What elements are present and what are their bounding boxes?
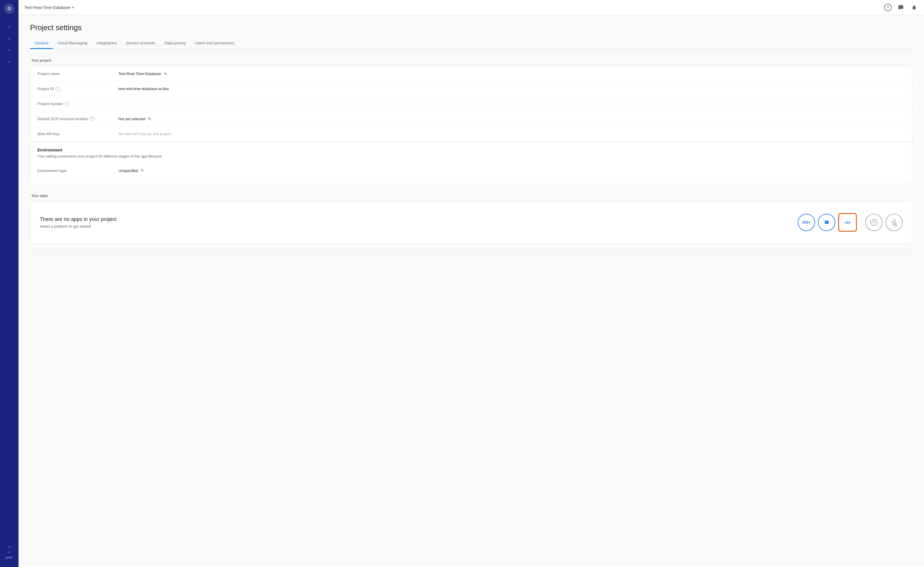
project-name-value: Test-Real-Time-Database ✎ [118, 71, 167, 76]
web-api-key-row: Web API Key No Web API Key for this proj… [30, 126, 912, 142]
sidebar-upgrade-label[interactable]: grade [6, 556, 12, 559]
notification-icon[interactable] [910, 3, 918, 12]
topbar-right: ? [884, 3, 918, 12]
environment-section: Environment This setting customizes your… [30, 142, 912, 184]
platform-buttons: iOS+ </> [798, 213, 903, 232]
project-name-row: Project name Test-Real-Time-Database ✎ [30, 66, 912, 81]
gcp-location-value: Not yet selected ✎ [118, 116, 152, 122]
no-apps-container: There are no apps in your project Select… [30, 201, 912, 243]
tab-data-privacy[interactable]: Data privacy [160, 38, 190, 49]
environment-type-value: Unspecified ✎ [118, 168, 144, 173]
tabs-bar: General Cloud Messaging Integrations Ser… [30, 38, 912, 49]
content: Project settings General Cloud Messaging… [18, 15, 924, 567]
no-apps-title: There are no apps in your project [40, 216, 117, 222]
sidebar-user-label: ur [8, 551, 10, 554]
web-api-key-label: Web API Key [38, 132, 118, 136]
gcp-location-label: Default GCP resource location ? [38, 117, 118, 122]
message-icon[interactable] [897, 3, 905, 12]
android-icon [823, 218, 831, 226]
project-number-help-icon[interactable]: ? [64, 102, 69, 106]
project-name: Test-Real-Time-Database [24, 5, 70, 10]
tab-service-accounts[interactable]: Service accounts [122, 38, 160, 49]
ios-platform-button[interactable]: iOS+ [798, 214, 815, 231]
android-platform-button[interactable] [818, 214, 836, 231]
tab-integrations[interactable]: Integrations [92, 38, 122, 49]
unity-platform-button[interactable] [865, 214, 883, 231]
flutter-icon [890, 219, 898, 226]
sidebar-item-3[interactable]: ▾ [2, 45, 16, 55]
sidebar-item-4[interactable]: ▾ [2, 56, 16, 67]
main-area: Test-Real-Time-Database ▾ ? Project sett… [18, 0, 924, 567]
web-platform-button[interactable]: </> [838, 213, 857, 232]
web-api-key-value: No Web API Key for this project [118, 132, 171, 136]
topbar: Test-Real-Time-Database ▾ ? [18, 0, 924, 15]
gcp-location-row: Default GCP resource location ? Not yet … [30, 111, 912, 126]
chevron-icon-1: ▾ [9, 26, 10, 28]
environment-type-edit-icon[interactable]: ✎ [141, 168, 144, 173]
unity-icon [870, 218, 878, 226]
tab-cloud-messaging[interactable]: Cloud Messaging [53, 38, 92, 49]
project-name-label: Project name [38, 72, 118, 76]
no-apps-text: There are no apps in your project Select… [40, 216, 117, 228]
topbar-left: Test-Real-Time-Database ▾ [24, 5, 74, 10]
project-number-row: Project number ? [30, 96, 912, 111]
project-id-row: Project ID ? test-real-time-database-ac3… [30, 81, 912, 96]
sidebar-gear-icon[interactable]: ⚙ [4, 3, 15, 14]
help-icon[interactable]: ? [884, 4, 891, 11]
environment-description: This setting customizes your project for… [38, 154, 905, 158]
sidebar-item-2[interactable]: ▾ [2, 33, 16, 44]
flutter-platform-button[interactable] [885, 214, 903, 231]
sidebar-item-1[interactable]: ▾ [2, 21, 16, 32]
chevron-icon-4: ▾ [9, 60, 10, 63]
page-title: Project settings [30, 23, 912, 32]
environment-title: Environment [38, 148, 905, 152]
project-name-edit-icon[interactable]: ✎ [164, 71, 167, 76]
dropdown-icon: ▾ [72, 6, 74, 9]
no-apps-subtitle: Select a platform to get started [40, 224, 117, 228]
tab-users-permissions[interactable]: Users and permissions [190, 38, 239, 49]
project-selector[interactable]: Test-Real-Time-Database ▾ [24, 5, 74, 10]
gcp-location-help-icon[interactable]: ? [90, 117, 94, 122]
gcp-location-edit-icon[interactable]: ✎ [148, 116, 152, 122]
sidebar-nav: ▾ ▾ ▾ ▾ [0, 20, 18, 68]
environment-type-row: Environment type Unspecified ✎ [38, 163, 905, 178]
your-apps-section-title: Your apps [31, 194, 912, 198]
project-id-label: Project ID ? [38, 87, 118, 91]
tab-general[interactable]: General [30, 38, 53, 49]
project-id-help-icon[interactable]: ? [56, 87, 60, 91]
sidebar-console-label: ole [8, 546, 11, 549]
environment-type-label: Environment type [38, 168, 118, 173]
project-number-label: Project number ? [38, 102, 118, 106]
sidebar: ⚙ ▾ ▾ ▾ ▾ ole ur grade [0, 0, 18, 567]
your-project-section-title: Your project [31, 58, 912, 63]
project-info-card: Project name Test-Real-Time-Database ✎ P… [30, 66, 912, 184]
chevron-icon-2: ▾ [9, 37, 10, 40]
bottom-divider [30, 253, 912, 253]
sidebar-bottom: ole ur grade [0, 546, 18, 564]
apps-card: There are no apps in your project Select… [30, 201, 912, 243]
project-id-value: test-real-time-database-ac3ea [118, 87, 169, 91]
chevron-icon-3: ▾ [9, 49, 10, 52]
